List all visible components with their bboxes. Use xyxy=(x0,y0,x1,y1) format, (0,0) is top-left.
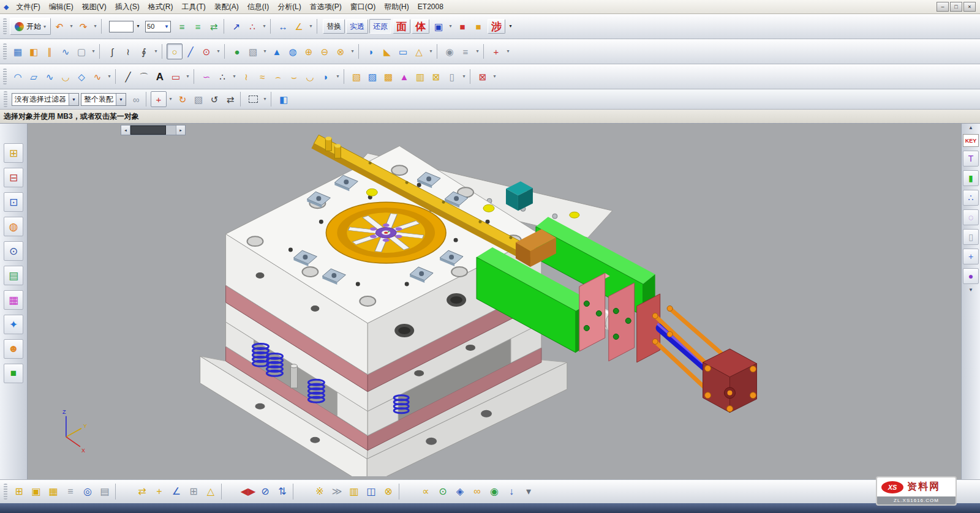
point-constructor-icon[interactable]: ∴ xyxy=(244,18,260,34)
dropdown-caret[interactable]: ▾ xyxy=(334,69,342,84)
open-component-icon[interactable]: ▤ xyxy=(96,483,113,500)
move-face-icon[interactable]: ▧ xyxy=(349,69,364,84)
materials-icon[interactable]: ▦ xyxy=(4,290,23,310)
work-layer-input[interactable]: 50 ▼ xyxy=(145,21,171,32)
rotary-insert-disc[interactable] xyxy=(326,202,446,263)
dropdown-caret[interactable]: ▾ xyxy=(349,43,356,59)
layer-category-icon[interactable]: ≡ xyxy=(190,18,206,34)
line-style-select[interactable] xyxy=(109,21,134,32)
dropdown-caret[interactable]: ▾ xyxy=(91,18,99,34)
dropdown-caret[interactable]: ▾ xyxy=(520,483,537,500)
offset-surface-icon[interactable]: ∿ xyxy=(89,69,105,84)
restore-display-button[interactable]: 还原 xyxy=(369,19,391,34)
toolbar-grip[interactable] xyxy=(4,484,7,500)
hole-icon[interactable]: ◉ xyxy=(442,43,458,59)
rectangle-select-icon[interactable] xyxy=(245,91,261,107)
sequence-icon[interactable]: ≫ xyxy=(328,483,345,500)
rectangle-tool-icon[interactable]: ▭ xyxy=(168,69,184,84)
suppress-component-icon[interactable]: ⊘ xyxy=(257,483,274,500)
interpart-link-icon[interactable]: ∞ xyxy=(128,91,144,107)
show-structure-icon[interactable]: ↓ xyxy=(503,483,520,500)
studio-spline-icon[interactable]: ∽ xyxy=(198,69,214,84)
thread-icon[interactable]: ≡ xyxy=(458,43,473,59)
dropdown-caret[interactable]: ▾ xyxy=(152,43,160,59)
cup-tool-icon[interactable]: ▯ xyxy=(963,229,979,245)
gold-cube-icon[interactable]: ■ xyxy=(470,18,486,34)
selection-scope-select[interactable]: 整个装配 ▼ xyxy=(81,93,126,106)
reference-set-icon[interactable]: ◈ xyxy=(451,483,469,500)
dropdown-caret[interactable]: ▾ xyxy=(184,69,192,84)
dropdown-caret[interactable]: ▾ xyxy=(261,43,269,59)
edit-suppression-icon[interactable]: ⇅ xyxy=(274,483,291,500)
dropdown-caret[interactable]: ▾ xyxy=(261,91,269,107)
datum-plane-icon[interactable]: ◧ xyxy=(26,43,42,59)
dropdown-caret[interactable]: ▾ xyxy=(67,18,75,34)
swept-surface-icon[interactable]: ∿ xyxy=(42,69,58,84)
point-set-icon[interactable]: ∴ xyxy=(214,69,230,84)
spline-icon[interactable]: ∫ xyxy=(104,43,120,59)
helix-icon[interactable]: ≀ xyxy=(120,43,136,59)
wave-ring-icon[interactable]: ○ xyxy=(167,43,183,59)
measure-distance-icon[interactable]: ↔ xyxy=(275,18,291,34)
sketch-icon[interactable]: ▦ xyxy=(10,43,26,59)
dropdown-caret[interactable]: ▾ xyxy=(105,69,113,84)
translucent-button[interactable]: 实透 xyxy=(346,19,368,34)
toolbar-grip[interactable] xyxy=(3,43,7,59)
orbit-3d-icon[interactable]: ↺ xyxy=(206,91,222,107)
component-array-icon[interactable]: ≡ xyxy=(62,483,79,500)
constraint-navigator-icon[interactable]: ⊟ xyxy=(4,168,23,187)
assembly-constraints-icon[interactable]: ∠ xyxy=(168,483,185,500)
ruled-surface-icon[interactable]: ▱ xyxy=(26,69,42,84)
offset-region-icon[interactable]: ▩ xyxy=(380,69,396,84)
shell-icon[interactable]: ▭ xyxy=(395,43,411,59)
graphics-viewport[interactable]: ◂ ▸ xyxy=(28,124,961,479)
delete-face-icon[interactable]: ⊠ xyxy=(428,69,444,84)
join-curve-icon[interactable]: ◗ xyxy=(318,69,334,84)
dropdown-caret[interactable]: ▾ xyxy=(89,43,97,59)
through-curves-icon[interactable]: ◠ xyxy=(10,69,26,84)
find-component-icon[interactable]: ◎ xyxy=(79,483,96,500)
arrangements-icon[interactable]: ▥ xyxy=(345,483,363,500)
replace-button[interactable]: 替换 xyxy=(323,19,345,34)
scroll-track[interactable] xyxy=(166,125,176,135)
intersect-icon[interactable]: ⊗ xyxy=(333,43,349,59)
resize-blend-icon[interactable]: ▥ xyxy=(412,69,428,84)
move-component-icon[interactable]: + xyxy=(151,483,168,500)
dropdown-caret[interactable]: ▾ xyxy=(447,18,454,34)
cross-tool-icon[interactable]: + xyxy=(963,249,979,264)
copy-display-icon[interactable]: ▣ xyxy=(431,18,447,34)
unite-icon[interactable]: ⊕ xyxy=(301,43,317,59)
bounded-plane-icon[interactable]: ◡ xyxy=(58,69,74,84)
n-sided-surface-icon[interactable]: ◇ xyxy=(74,69,89,84)
minimize-button[interactable]: – xyxy=(937,2,949,12)
red-cube-icon[interactable]: ■ xyxy=(454,18,470,34)
offset-curve-icon[interactable]: ≀ xyxy=(238,69,254,84)
system-scene-icon[interactable]: ■ xyxy=(4,364,23,383)
dropdown-caret[interactable]: ▾ xyxy=(491,69,499,84)
edge-blend-icon[interactable]: ◗ xyxy=(363,43,379,59)
redo-icon[interactable]: ↷ xyxy=(75,18,91,34)
circle-feature-icon[interactable]: ⊙ xyxy=(198,43,214,59)
body-display-button[interactable]: 体 xyxy=(412,19,429,34)
she-caret[interactable]: ▾ xyxy=(507,18,514,34)
history-icon[interactable]: ⊙ xyxy=(4,241,23,261)
viewport-hscrollbar[interactable]: ◂ ▸ xyxy=(121,125,186,135)
draft-icon[interactable]: △ xyxy=(411,43,427,59)
palette-icon[interactable]: ▤ xyxy=(4,266,23,285)
block-primitive-icon[interactable]: ▧ xyxy=(245,43,261,59)
she-display-button[interactable]: 涉 xyxy=(488,19,505,34)
3d-model-canvas[interactable]: Z Y X xyxy=(28,124,961,476)
face-display-button[interactable]: 面 xyxy=(393,19,410,34)
toolbar-grip[interactable] xyxy=(3,18,7,34)
extrude-icon[interactable]: ▲ xyxy=(269,43,285,59)
product-interface-icon[interactable]: ⊙ xyxy=(434,483,451,500)
pan-icon[interactable]: ⇄ xyxy=(222,91,238,107)
line-style-caret[interactable]: ▾ xyxy=(134,18,142,34)
add-component-icon[interactable]: ⊞ xyxy=(10,483,28,500)
mirror-assembly-icon[interactable]: ◀▶ xyxy=(239,483,257,500)
shaded-block-icon[interactable]: ▧ xyxy=(190,91,206,107)
rotate-view-icon[interactable]: ↻ xyxy=(175,91,190,107)
promote-body-icon[interactable]: △ xyxy=(202,483,219,500)
vector-constructor-icon[interactable]: ↗ xyxy=(228,18,244,34)
datum-csys-icon[interactable]: + xyxy=(488,43,504,59)
